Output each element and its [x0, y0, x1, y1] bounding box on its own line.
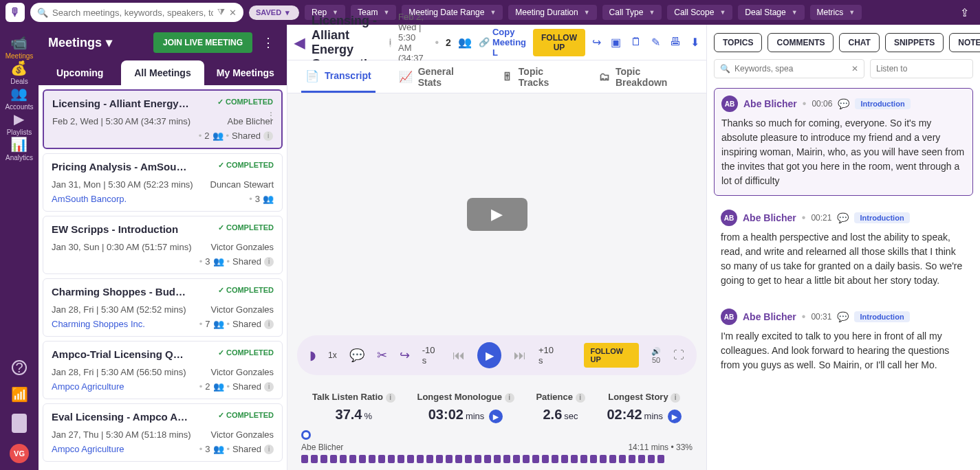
sidenav-deals[interactable]: 💰Deals	[5, 60, 33, 85]
timeline-marker[interactable]	[301, 430, 311, 440]
skip-fwd-button[interactable]: ⏭	[514, 348, 526, 363]
timeline-segment[interactable]	[436, 455, 443, 463]
timeline-segment[interactable]	[590, 455, 597, 463]
timeline-segment[interactable]	[503, 455, 510, 463]
timeline-segment[interactable]	[648, 455, 655, 463]
search-input[interactable]	[52, 8, 213, 18]
account-link[interactable]: Ampco Agriculture	[52, 381, 124, 392]
timeline-segment[interactable]	[465, 455, 472, 463]
timeline-segment[interactable]	[349, 455, 356, 463]
tab-chat[interactable]: CHAT	[839, 33, 879, 52]
timeline-blocks[interactable]	[301, 455, 693, 463]
info-icon[interactable]: i	[264, 445, 274, 454]
timeline-segment[interactable]	[417, 455, 424, 463]
timeline-segment[interactable]	[388, 455, 395, 463]
speaker-name[interactable]: Abe Blicher	[743, 212, 796, 223]
timeline-segment[interactable]	[359, 455, 366, 463]
transcript-item[interactable]: ABAbe Blicher•00:06💬IntroductionThanks s…	[714, 88, 973, 196]
timeline-segment[interactable]	[580, 455, 587, 463]
timeline-segment[interactable]	[600, 455, 607, 463]
comment-icon[interactable]: 💬	[837, 311, 849, 322]
tab-snippets[interactable]: SNIPPETS	[885, 33, 944, 52]
sidenav-meetings[interactable]: 📹Meetings	[5, 34, 33, 60]
topic-tag[interactable]: Introduction	[855, 98, 910, 109]
meeting-card[interactable]: Pricing Analysis - AmSouth B…✓ COMPLETED…	[43, 153, 283, 212]
transcript-search-input[interactable]	[734, 64, 847, 74]
user-avatar[interactable]: VG	[10, 444, 29, 463]
clear-icon[interactable]: ✕	[851, 64, 858, 74]
global-search[interactable]: 🔍 ⧩ ✕	[30, 3, 243, 22]
timeline-segment[interactable]	[494, 455, 501, 463]
people-icon[interactable]: 👥	[458, 36, 472, 49]
meeting-card[interactable]: Ampco-Trial Licensing Questi…✓ COMPLETED…	[43, 341, 283, 399]
timeline-segment[interactable]	[484, 455, 491, 463]
timeline-segment[interactable]	[609, 455, 616, 463]
meeting-card[interactable]: Charming Shoppes - Budget …✓ COMPLETEDJa…	[43, 278, 283, 337]
timeline-segment[interactable]	[561, 455, 568, 463]
timeline-segment[interactable]	[311, 455, 318, 463]
back-icon[interactable]: ◀	[294, 34, 305, 51]
tab-transcript[interactable]: 📄Transcript	[301, 61, 375, 93]
play-icon[interactable]: ▶	[668, 410, 682, 423]
info-icon[interactable]: i	[264, 257, 274, 267]
tab-all-meetings[interactable]: All Meetings	[121, 60, 204, 85]
timeline-segment[interactable]	[629, 455, 635, 463]
listen-to-input[interactable]	[870, 59, 973, 78]
video-player[interactable]: ▶	[287, 93, 706, 335]
fullscreen-icon[interactable]: ⛶	[673, 349, 684, 361]
timeline-segment[interactable]	[657, 455, 664, 463]
timeline-segment[interactable]	[426, 455, 433, 463]
account-link[interactable]: Charming Shoppes Inc.	[52, 319, 145, 329]
timeline-segment[interactable]	[638, 455, 645, 463]
activity-button[interactable]: 📶	[11, 386, 28, 404]
timestamp[interactable]: 00:21	[811, 213, 831, 223]
tab-general-stats[interactable]: 📈General Stats	[395, 58, 479, 96]
tab-comments[interactable]: COMMENTS	[767, 33, 834, 52]
timeline-segment[interactable]	[532, 455, 539, 463]
info-icon[interactable]: i	[386, 393, 395, 403]
info-icon[interactable]: i	[505, 393, 514, 403]
info-icon[interactable]: i	[389, 38, 391, 47]
sidenav-analytics[interactable]: 📊Analytics	[5, 136, 33, 161]
tab-upcoming[interactable]: Upcoming	[39, 60, 121, 85]
topic-tag[interactable]: Introduction	[854, 311, 909, 322]
timeline-segment[interactable]	[301, 455, 308, 463]
timeline-segment[interactable]	[378, 455, 385, 463]
filter-deal-stage[interactable]: Deal Stage▼	[738, 5, 804, 20]
sidenav-accounts[interactable]: 👥Accounts	[5, 85, 33, 111]
transcript-search[interactable]: 🔍 ✕	[714, 59, 864, 78]
timeline-segment[interactable]	[320, 455, 327, 463]
timeline-segment[interactable]	[475, 455, 481, 463]
gauge-icon[interactable]: ◗	[309, 348, 316, 363]
more-icon[interactable]: ⋮	[266, 110, 276, 121]
timestamp[interactable]: 00:06	[812, 99, 832, 109]
transcript-item[interactable]: ABAbe Blicher•00:21💬Introductionfrom a h…	[714, 203, 973, 295]
meeting-card[interactable]: Eval Licensing - Ampco Agric…✓ COMPLETED…	[43, 403, 283, 462]
info-icon[interactable]: i	[263, 131, 273, 141]
speed-label[interactable]: 1x	[328, 350, 337, 360]
play-button[interactable]: ▶	[467, 198, 527, 231]
timeline-segment[interactable]	[513, 455, 520, 463]
playlist-icon[interactable]: ▣	[611, 36, 621, 49]
info-icon[interactable]: i	[671, 393, 680, 403]
timeline-segment[interactable]	[455, 455, 462, 463]
tab-my-meetings[interactable]: My Meetings	[204, 60, 287, 85]
play-icon[interactable]: ▶	[489, 410, 503, 423]
filter-meeting-duration[interactable]: Meeting Duration▼	[508, 5, 596, 20]
filter-call-type[interactable]: Call Type▼	[602, 5, 662, 20]
clear-icon[interactable]: ✕	[229, 8, 237, 18]
tab-notes[interactable]: NOTES	[949, 33, 980, 52]
tab-topics[interactable]: TOPICS	[714, 33, 762, 52]
speaker-name[interactable]: Abe Blicher	[743, 311, 796, 322]
timeline-segment[interactable]	[571, 455, 578, 463]
play-pause-button[interactable]: ▶	[477, 342, 501, 368]
forward-icon[interactable]: ↪	[592, 36, 601, 49]
timeline-segment[interactable]	[552, 455, 558, 463]
settings-button[interactable]: ⚙	[12, 414, 27, 434]
comment-icon[interactable]: 💬	[838, 98, 849, 109]
timestamp[interactable]: 00:31	[811, 312, 831, 322]
meeting-list[interactable]: Licensing - Alliant Energy Cor…✓ COMPLET…	[39, 85, 287, 470]
timeline-segment[interactable]	[340, 455, 347, 463]
join-live-button[interactable]: JOIN LIVE MEETING	[153, 32, 252, 53]
share-clip-icon[interactable]: ↪	[400, 348, 410, 363]
